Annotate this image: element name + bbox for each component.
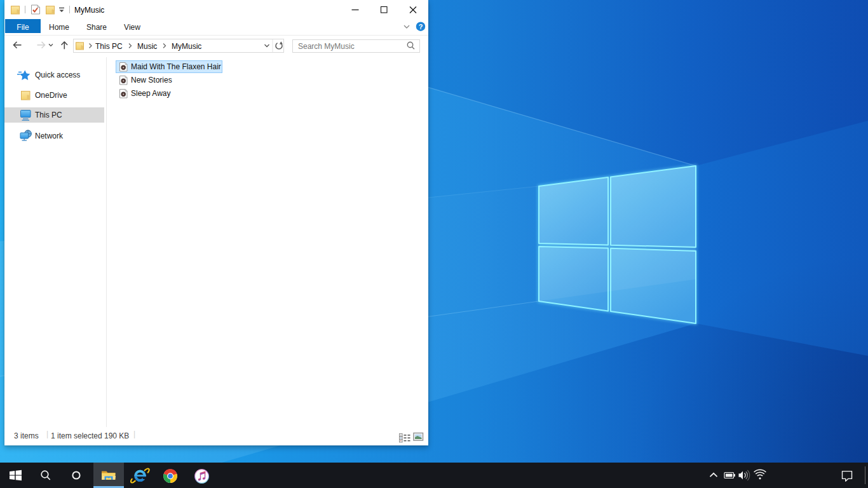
- svg-text:?: ?: [419, 23, 423, 30]
